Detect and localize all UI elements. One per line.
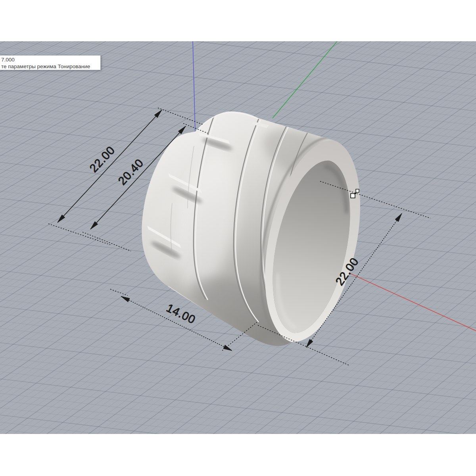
application-window: 22.00 20.40 14 <box>0 0 476 476</box>
tooltip-message: те параметры режима Тонирование <box>1 63 99 70</box>
control-point-grip[interactable] <box>351 194 355 198</box>
command-tooltip: 7.000 те параметры режима Тонирование <box>0 55 101 70</box>
cad-viewport[interactable]: 22.00 20.40 14 <box>0 41 476 434</box>
tooltip-value: 7.000 <box>1 56 99 63</box>
